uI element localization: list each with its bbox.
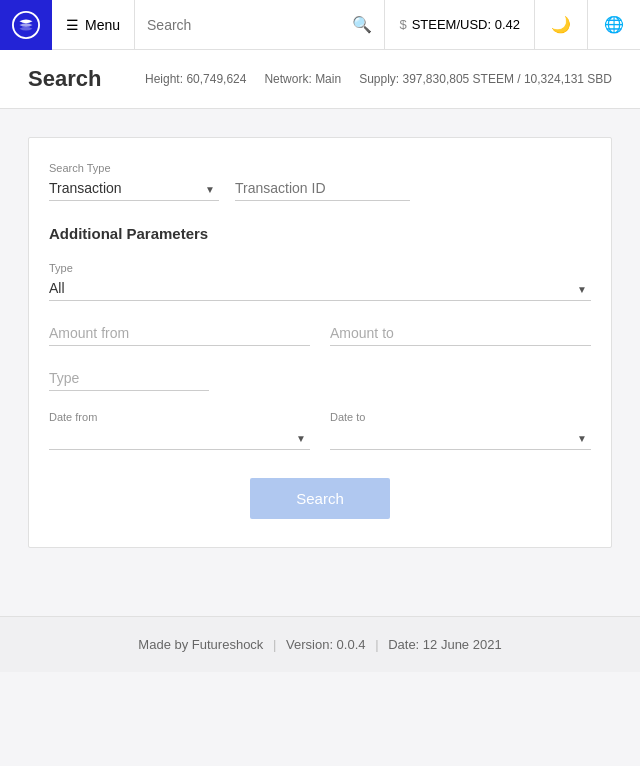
amount-to-field: [330, 321, 591, 346]
type-text-input[interactable]: [49, 366, 209, 391]
type-select-wrap: All Transfer Vote Comment ▼: [49, 276, 591, 301]
menu-label: Menu: [85, 17, 120, 33]
type-select[interactable]: All Transfer Vote Comment: [49, 276, 591, 301]
type-input-row: [49, 366, 591, 391]
height-meta: Height: 60,749,624: [145, 72, 246, 86]
page-title: Search: [28, 66, 101, 92]
footer-date: Date: 12 June 2021: [388, 637, 501, 652]
date-to-field: Date to ▼: [330, 411, 591, 450]
hamburger-icon: ☰: [66, 17, 79, 33]
search-type-row: Search Type Transaction Block Account ▼: [49, 162, 591, 201]
transaction-id-wrap: [235, 176, 591, 201]
date-from-select-wrap: ▼: [49, 425, 310, 450]
search-type-select-wrap: Transaction Block Account ▼: [49, 176, 219, 201]
date-from-label: Date from: [49, 411, 310, 423]
search-btn-row: Search: [49, 478, 591, 519]
search-type-select[interactable]: Transaction Block Account: [49, 176, 219, 201]
price-display: $ STEEM/USD: 0.42: [385, 0, 535, 49]
amount-to-input[interactable]: [330, 321, 591, 346]
date-from-field: Date from ▼: [49, 411, 310, 450]
date-from-select[interactable]: [49, 425, 310, 450]
date-to-label: Date to: [330, 411, 591, 423]
navbar-search-input[interactable]: [147, 17, 346, 33]
additional-params-title: Additional Parameters: [49, 225, 591, 242]
type-label: Type: [49, 262, 73, 274]
dollar-icon: $: [399, 17, 406, 32]
search-type-field: Search Type Transaction Block Account ▼: [49, 162, 219, 201]
search-card: Search Type Transaction Block Account ▼ …: [28, 137, 612, 548]
dark-mode-toggle[interactable]: 🌙: [535, 0, 588, 49]
language-selector[interactable]: 🌐: [588, 0, 640, 49]
network-meta: Network: Main: [264, 72, 341, 86]
transaction-id-input[interactable]: [235, 176, 410, 201]
amount-from-field: [49, 321, 310, 346]
amount-from-input[interactable]: [49, 321, 310, 346]
app-logo[interactable]: [0, 0, 52, 50]
supply-meta: Supply: 397,830,805 STEEM / 10,324,131 S…: [359, 72, 612, 86]
type-row: Type All Transfer Vote Comment ▼: [49, 258, 591, 301]
date-row: Date from ▼ Date to ▼: [49, 411, 591, 450]
menu-button[interactable]: ☰ Menu: [52, 0, 135, 49]
footer-version: Version: 0.0.4: [286, 637, 366, 652]
price-label: STEEM/USD: 0.42: [412, 17, 520, 32]
moon-icon: 🌙: [551, 15, 571, 34]
navbar-search-wrap: 🔍: [135, 0, 385, 49]
date-to-select-wrap: ▼: [330, 425, 591, 450]
footer: Made by Futureshock | Version: 0.0.4 | D…: [0, 616, 640, 672]
amount-row: [49, 321, 591, 346]
footer-divider-2: |: [375, 637, 378, 652]
footer-divider-1: |: [273, 637, 276, 652]
date-to-select[interactable]: [330, 425, 591, 450]
search-icon[interactable]: 🔍: [352, 15, 372, 34]
page-header: Search Height: 60,749,624 Network: Main …: [0, 50, 640, 109]
search-button[interactable]: Search: [250, 478, 390, 519]
navbar: ☰ Menu 🔍 $ STEEM/USD: 0.42 🌙 🌐: [0, 0, 640, 50]
main-content: Search Type Transaction Block Account ▼ …: [0, 109, 640, 576]
globe-icon: 🌐: [604, 15, 624, 34]
footer-made-by: Made by Futureshock: [138, 637, 263, 652]
page-meta: Height: 60,749,624 Network: Main Supply:…: [145, 72, 612, 86]
search-type-label: Search Type: [49, 162, 219, 174]
